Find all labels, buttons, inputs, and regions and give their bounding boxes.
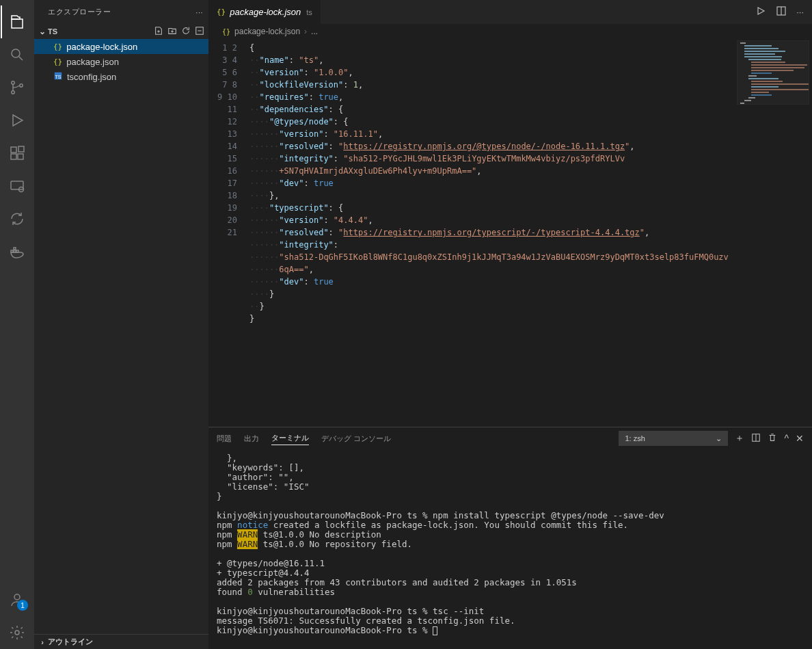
sidebar-title: エクスプローラー bbox=[48, 7, 111, 17]
svg-marker-21 bbox=[758, 8, 764, 14]
new-terminal-icon[interactable]: ＋ bbox=[735, 432, 744, 445]
breadcrumb-tail: ... bbox=[311, 27, 318, 36]
outline-header[interactable]: › アウトライン bbox=[34, 634, 208, 649]
tab-problems[interactable]: 問題 bbox=[217, 432, 232, 445]
json-icon: {} bbox=[53, 42, 62, 51]
outline-label: アウトライン bbox=[48, 637, 93, 647]
new-file-icon[interactable] bbox=[154, 26, 163, 37]
more-icon[interactable]: ··· bbox=[195, 8, 203, 16]
svg-point-3 bbox=[12, 91, 14, 94]
source-control-icon[interactable] bbox=[1, 71, 33, 104]
file-item[interactable]: {}package-lock.json bbox=[34, 39, 208, 54]
run-icon[interactable] bbox=[755, 5, 766, 18]
sidebar-header: エクスプローラー ··· bbox=[34, 0, 208, 24]
new-folder-icon[interactable] bbox=[167, 26, 177, 37]
accounts-badge: 1 bbox=[17, 600, 28, 611]
extensions-icon[interactable] bbox=[1, 137, 33, 170]
explorer-icon[interactable] bbox=[1, 5, 33, 38]
folder-name: TS bbox=[48, 27, 57, 36]
more-actions-icon[interactable]: ··· bbox=[796, 7, 804, 17]
code-content[interactable]: { ··"name": "ts", ··"version": "1.0.0", … bbox=[249, 39, 812, 427]
file-name: package-lock.json bbox=[66, 42, 137, 52]
svg-point-4 bbox=[20, 84, 23, 87]
split-terminal-icon[interactable] bbox=[751, 433, 761, 445]
json-icon: {} bbox=[222, 28, 230, 36]
panel: 問題 出力 ターミナル デバッグ コンソール 1: zsh ⌄ ＋ ^ ✕ },… bbox=[208, 427, 812, 649]
svg-rect-9 bbox=[18, 146, 24, 152]
tab-label: package-lock.json bbox=[230, 7, 301, 17]
breadcrumb-file: package-lock.json bbox=[234, 27, 300, 36]
svg-point-0 bbox=[12, 49, 20, 57]
folder-header[interactable]: ⌄ TS bbox=[34, 24, 208, 39]
activity-bar: 1 bbox=[0, 0, 34, 649]
file-name: tsconfig.json bbox=[67, 72, 116, 82]
breadcrumb[interactable]: {} package-lock.json › ... bbox=[208, 24, 812, 39]
minimap[interactable] bbox=[737, 40, 809, 427]
svg-text:TS: TS bbox=[55, 74, 62, 79]
file-item[interactable]: TStsconfig.json bbox=[34, 69, 208, 84]
panel-tabs: 問題 出力 ターミナル デバッグ コンソール 1: zsh ⌄ ＋ ^ ✕ bbox=[208, 427, 812, 449]
json-icon: {} bbox=[53, 57, 62, 66]
json-icon: {} bbox=[217, 8, 226, 16]
file-item[interactable]: {}package.json bbox=[34, 54, 208, 69]
file-list: {}package-lock.json{}package.jsonTStscon… bbox=[34, 39, 208, 634]
svg-point-16 bbox=[14, 594, 20, 600]
chevron-down-icon: ⌄ bbox=[716, 434, 722, 443]
run-debug-icon[interactable] bbox=[1, 104, 33, 137]
chevron-down-icon: ⌄ bbox=[37, 27, 48, 36]
tabs-row: {} package-lock.json ts ··· bbox=[208, 0, 812, 24]
tab-debug-console[interactable]: デバッグ コンソール bbox=[321, 432, 391, 445]
split-icon[interactable] bbox=[776, 5, 787, 18]
chevron-right-icon: › bbox=[37, 638, 48, 646]
editor[interactable]: 1 2 3 4 5 6 7 8 9 10 11 12 13 14 15 16 1… bbox=[208, 39, 812, 427]
svg-rect-10 bbox=[11, 181, 23, 189]
tab-package-lock[interactable]: {} package-lock.json ts bbox=[208, 0, 321, 24]
docker-icon[interactable] bbox=[1, 235, 33, 268]
sync-icon[interactable] bbox=[1, 202, 33, 235]
svg-rect-8 bbox=[18, 154, 23, 159]
sidebar: エクスプローラー ··· ⌄ TS {}package-lock. bbox=[34, 0, 208, 649]
tab-output[interactable]: 出力 bbox=[244, 432, 259, 445]
kill-terminal-icon[interactable] bbox=[768, 433, 777, 445]
gutter: 1 2 3 4 5 6 7 8 9 10 11 12 13 14 15 16 1… bbox=[208, 39, 249, 427]
refresh-icon[interactable] bbox=[181, 26, 191, 37]
svg-line-1 bbox=[19, 57, 23, 61]
accounts-icon[interactable]: 1 bbox=[1, 583, 33, 616]
search-icon[interactable] bbox=[1, 38, 33, 71]
svg-rect-7 bbox=[11, 154, 16, 159]
svg-rect-6 bbox=[11, 147, 16, 153]
chevron-right-icon: › bbox=[304, 27, 307, 36]
close-panel-icon[interactable]: ✕ bbox=[796, 433, 804, 444]
maximize-panel-icon[interactable]: ^ bbox=[784, 433, 789, 444]
tab-folder: ts bbox=[306, 8, 312, 16]
terminal-picker[interactable]: 1: zsh ⌄ bbox=[619, 431, 728, 446]
svg-point-2 bbox=[12, 81, 14, 84]
svg-rect-15 bbox=[14, 248, 16, 250]
terminal-picker-label: 1: zsh bbox=[625, 434, 645, 442]
ts-icon: TS bbox=[53, 71, 63, 83]
terminal-content[interactable]: }, "keywords": [], "author": "", "licens… bbox=[208, 449, 812, 649]
file-name: package.json bbox=[66, 57, 119, 67]
svg-marker-5 bbox=[13, 115, 23, 126]
svg-point-17 bbox=[15, 631, 19, 635]
collapse-icon[interactable] bbox=[195, 26, 204, 37]
tab-terminal[interactable]: ターミナル bbox=[271, 432, 309, 445]
main-area: {} package-lock.json ts ··· {} package-l… bbox=[208, 0, 812, 649]
remote-icon[interactable] bbox=[1, 170, 33, 202]
settings-gear-icon[interactable] bbox=[1, 616, 33, 649]
